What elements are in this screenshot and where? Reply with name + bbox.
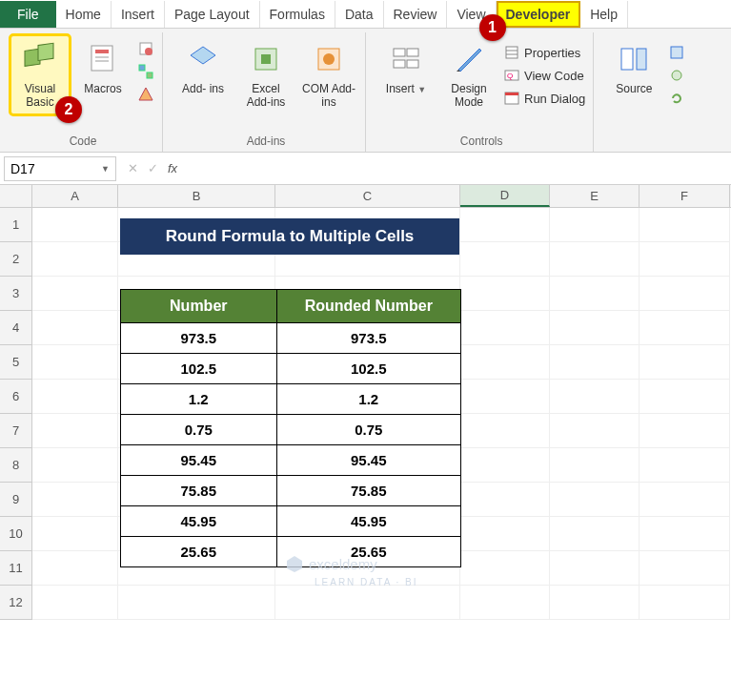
- cell[interactable]: [550, 208, 640, 242]
- cell[interactable]: [460, 380, 550, 414]
- cell[interactable]: [550, 242, 640, 277]
- col-header-f[interactable]: F: [640, 185, 730, 207]
- row-header[interactable]: 10: [0, 517, 32, 551]
- row-header[interactable]: 11: [0, 551, 32, 586]
- formula-cancel-icon[interactable]: ✕: [128, 161, 138, 175]
- name-box-dropdown-icon[interactable]: ▼: [101, 164, 110, 174]
- row-header[interactable]: 6: [0, 380, 32, 414]
- row-header[interactable]: 7: [0, 414, 32, 448]
- record-macro-button[interactable]: [137, 40, 154, 57]
- map-props-button[interactable]: [668, 44, 685, 61]
- cell-rounded[interactable]: 973.5: [276, 323, 460, 354]
- cell[interactable]: [275, 586, 460, 620]
- row-header[interactable]: 2: [0, 242, 32, 277]
- cell-number[interactable]: 102.5: [121, 354, 277, 384]
- cell[interactable]: [550, 277, 640, 311]
- cell[interactable]: [550, 586, 640, 620]
- row-header[interactable]: 3: [0, 277, 32, 311]
- cell[interactable]: [550, 551, 640, 586]
- cell[interactable]: [640, 380, 730, 414]
- macro-security-button[interactable]: [137, 86, 154, 103]
- cell[interactable]: [640, 517, 730, 551]
- cell[interactable]: [550, 448, 640, 483]
- macros-button[interactable]: Macros: [74, 36, 132, 99]
- cell[interactable]: [32, 311, 118, 345]
- tab-insert[interactable]: Insert: [112, 1, 165, 28]
- tab-page-layout[interactable]: Page Layout: [165, 1, 260, 28]
- cell-rounded[interactable]: 75.85: [276, 476, 460, 506]
- cell[interactable]: [460, 345, 550, 380]
- cell-rounded[interactable]: 1.2: [276, 384, 460, 415]
- cell[interactable]: [460, 311, 550, 345]
- cell[interactable]: [550, 483, 640, 517]
- cell[interactable]: [640, 277, 730, 311]
- tab-help[interactable]: Help: [580, 1, 628, 28]
- cell-number[interactable]: 973.5: [121, 323, 277, 354]
- cell[interactable]: [640, 345, 730, 380]
- refresh-data-button[interactable]: [668, 90, 685, 107]
- cell[interactable]: [460, 551, 550, 586]
- visual-basic-button[interactable]: Visual Basic 2: [11, 36, 69, 113]
- cell[interactable]: [550, 380, 640, 414]
- cell[interactable]: [460, 483, 550, 517]
- cell[interactable]: [550, 414, 640, 448]
- row-header[interactable]: 8: [0, 448, 32, 483]
- cell[interactable]: [460, 517, 550, 551]
- cell[interactable]: [32, 277, 118, 311]
- cell[interactable]: [32, 586, 118, 620]
- cell[interactable]: [460, 586, 550, 620]
- cell[interactable]: [550, 311, 640, 345]
- col-header-e[interactable]: E: [550, 185, 640, 207]
- cell-rounded[interactable]: 0.75: [276, 415, 460, 445]
- row-header[interactable]: 4: [0, 311, 32, 345]
- cell[interactable]: [32, 414, 118, 448]
- cell[interactable]: [32, 551, 118, 586]
- col-header-d[interactable]: D: [460, 185, 550, 207]
- cell[interactable]: [640, 586, 730, 620]
- cell-number[interactable]: 75.85: [121, 476, 277, 506]
- row-header[interactable]: 12: [0, 586, 32, 620]
- source-button[interactable]: Source: [605, 36, 662, 99]
- cell[interactable]: [32, 483, 118, 517]
- cell[interactable]: [550, 345, 640, 380]
- cell[interactable]: [640, 448, 730, 483]
- com-addins-button[interactable]: COM Add-ins: [300, 36, 357, 113]
- cell[interactable]: [32, 345, 118, 380]
- cell[interactable]: [460, 277, 550, 311]
- insert-control-button[interactable]: Insert ▼: [377, 36, 435, 99]
- cell[interactable]: [32, 380, 118, 414]
- cell-rounded[interactable]: 102.5: [276, 354, 460, 384]
- cell[interactable]: [460, 414, 550, 448]
- tab-review[interactable]: Review: [384, 1, 448, 28]
- expansion-button[interactable]: [668, 67, 685, 84]
- cell[interactable]: [640, 311, 730, 345]
- formula-confirm-icon[interactable]: ✓: [148, 161, 158, 175]
- excel-addins-button[interactable]: Excel Add-ins: [237, 36, 294, 113]
- cell[interactable]: [640, 208, 730, 242]
- view-code-button[interactable]: Q View Code: [503, 67, 585, 84]
- row-header[interactable]: 5: [0, 345, 32, 380]
- cell-number[interactable]: 1.2: [121, 384, 277, 415]
- cell[interactable]: [32, 517, 118, 551]
- cell[interactable]: [32, 208, 118, 242]
- name-box[interactable]: D17 ▼: [4, 156, 116, 181]
- row-header[interactable]: 1: [0, 208, 32, 242]
- cell[interactable]: [118, 586, 275, 620]
- cell-number[interactable]: 95.45: [121, 445, 277, 476]
- cell-number[interactable]: 45.95: [121, 506, 277, 537]
- cell-number[interactable]: 25.65: [121, 537, 277, 567]
- run-dialog-button[interactable]: Run Dialog: [503, 90, 585, 107]
- file-tab[interactable]: File: [0, 1, 56, 28]
- fx-icon[interactable]: fx: [168, 161, 177, 175]
- cell[interactable]: [32, 242, 118, 277]
- cell[interactable]: [460, 448, 550, 483]
- row-header[interactable]: 9: [0, 483, 32, 517]
- cell[interactable]: [640, 414, 730, 448]
- select-all-corner[interactable]: [0, 185, 32, 207]
- properties-button[interactable]: Properties: [503, 44, 585, 61]
- cell[interactable]: [460, 242, 550, 277]
- cell[interactable]: [640, 242, 730, 277]
- tab-formulas[interactable]: Formulas: [260, 1, 335, 28]
- formula-input[interactable]: [185, 153, 731, 184]
- cell-rounded[interactable]: 45.95: [276, 506, 460, 537]
